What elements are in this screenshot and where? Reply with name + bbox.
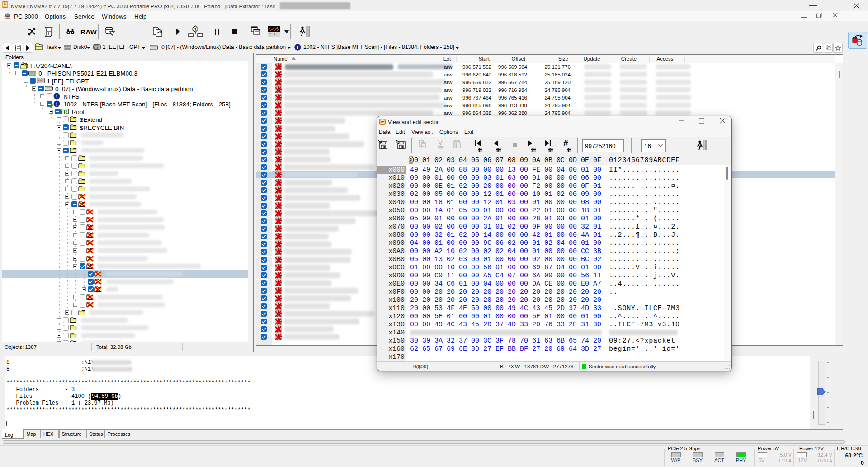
- svg-text:?: ?: [194, 27, 197, 32]
- svg-text:i: i: [297, 45, 298, 50]
- svg-text:R: R: [64, 110, 67, 114]
- svg-text:EX: EX: [38, 79, 42, 82]
- svg-text:EX: EX: [94, 46, 99, 49]
